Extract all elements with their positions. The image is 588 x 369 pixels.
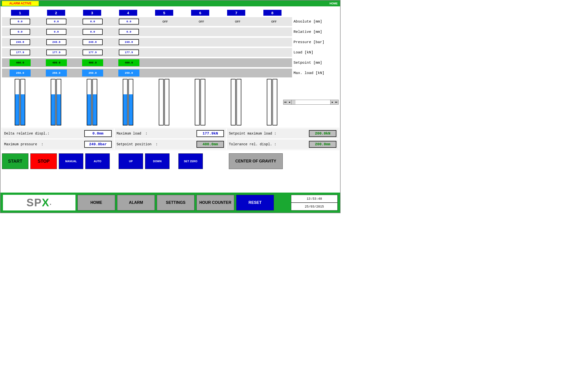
bottom-navbar: SPX. HOME ALARM SETTINGS HOUR COUNTER RE… <box>0 193 340 213</box>
bars-4 <box>110 79 146 125</box>
spx-logo: SPX. <box>3 195 75 210</box>
scroll-first-icon[interactable]: ⏮ <box>283 100 287 104</box>
clock-date: 25/03/2015 <box>291 203 338 210</box>
manual-button[interactable]: MANUAL <box>59 153 83 169</box>
channel-7-off: OFF <box>235 20 240 23</box>
row-load: 177.9 177.9 177.9 177.9 Load [kN] <box>2 48 339 57</box>
channel-6-off: OFF <box>199 20 204 23</box>
relative-1: 0.0 <box>10 29 30 35</box>
label-max-load: Maximum load : <box>117 132 147 135</box>
down-button[interactable]: DOWN <box>145 153 170 169</box>
value-delta-rel: 0.0mm <box>84 130 112 137</box>
home-link[interactable]: HOME <box>330 2 338 5</box>
bars-1 <box>2 79 38 125</box>
center-of-gravity-button[interactable]: CENTER OF GRAVITY <box>229 153 283 169</box>
channel-header-2[interactable]: 2 <box>47 10 65 16</box>
channel-header-7[interactable]: 7 <box>227 10 245 16</box>
nav-settings-button[interactable]: SETTINGS <box>157 195 195 210</box>
pressure-3: 249.8 <box>83 39 103 45</box>
bars-5 <box>146 79 182 125</box>
maxload-1[interactable]: 250.0 <box>10 70 31 76</box>
value-sp-max-load[interactable]: 200.0kN <box>309 130 336 137</box>
absolute-1: 0.0 <box>10 19 30 25</box>
bars-2 <box>38 79 74 125</box>
load-1: 177.9 <box>10 49 30 55</box>
label-absolute: Absolute [mm] <box>292 17 339 26</box>
setpoint-1[interactable]: 400.0 <box>10 59 31 66</box>
channel-header-3[interactable]: 3 <box>83 10 101 16</box>
main-panel: 1 2 3 4 5 6 7 8 0.0 0.0 0.0 0.0 OFF OFF … <box>0 6 340 169</box>
maxload-3[interactable]: 250.0 <box>82 70 103 76</box>
label-setpoint: Setpoint [mm] <box>292 58 339 67</box>
label-load: Load [kN] <box>292 48 339 57</box>
scroll-last-icon[interactable]: ⏭ <box>334 100 338 104</box>
bars-7 <box>218 79 254 125</box>
nav-home-button[interactable]: HOME <box>77 195 115 210</box>
start-button[interactable]: START <box>2 153 28 169</box>
topbar: ALARM ACTIVE HOME <box>0 0 340 6</box>
channel-scrollbar[interactable]: ⏮ ◀ ▶ ⏭ <box>283 100 339 105</box>
label-delta-rel: Delta relative displ.: <box>4 132 49 135</box>
pressure-4: 249.8 <box>119 39 139 45</box>
row-setpoint: 400.0 400.0 400.0 400.0 Setpoint [mm] <box>2 58 339 67</box>
load-3: 177.9 <box>83 49 103 55</box>
nav-reset-button[interactable]: RESET <box>236 195 274 210</box>
auto-button[interactable]: AUTO <box>85 153 110 169</box>
setpoint-3[interactable]: 400.0 <box>82 59 103 66</box>
row-relative: 0.0 0.0 0.0 0.0 Relative [mm] <box>2 27 339 36</box>
scroll-track[interactable] <box>291 100 331 104</box>
label-pressure: Pressure [bar] <box>292 38 339 47</box>
maxload-2[interactable]: 250.0 <box>46 70 67 76</box>
row-pressure: 249.8 249.8 249.8 249.8 Pressure [bar] <box>2 38 339 47</box>
summary-panel: Delta relative displ.: 0.0mm Maximum loa… <box>1 128 339 150</box>
label-relative: Relative [mm] <box>292 27 339 36</box>
channel-header-1[interactable]: 1 <box>11 10 29 16</box>
channel-header-8[interactable]: 8 <box>263 10 282 16</box>
label-max-pressure: Maximum pressure : <box>4 142 43 146</box>
value-max-load: 177.9kN <box>196 130 224 137</box>
control-buttons: START STOP MANUAL AUTO UP DOWN SET ZERO … <box>0 150 340 169</box>
bars-6 <box>182 79 218 125</box>
up-button[interactable]: UP <box>119 153 143 169</box>
stop-button[interactable]: STOP <box>30 153 57 169</box>
channel-header-6[interactable]: 6 <box>191 10 209 16</box>
value-sp-position[interactable]: 400.0mm <box>196 141 224 148</box>
relative-3: 0.0 <box>83 29 103 35</box>
scroll-left-icon[interactable]: ◀ <box>287 100 291 104</box>
setpoint-4[interactable]: 400.0 <box>118 59 139 66</box>
label-maxload: Max. load [kN] <box>292 69 339 77</box>
setpoint-2[interactable]: 400.0 <box>46 59 67 66</box>
clock: 13:53:48 25/03/2015 <box>291 195 338 210</box>
channel-headers: 1 2 3 4 5 6 7 8 <box>0 6 340 16</box>
pressure-1: 249.8 <box>10 39 30 45</box>
bars-3 <box>74 79 110 125</box>
relative-4: 0.0 <box>119 29 139 35</box>
row-maxload: 250.0 250.0 250.0 250.0 Max. load [kN] <box>2 69 339 77</box>
alarm-banner: ALARM ACTIVE <box>2 1 39 6</box>
channel-header-4[interactable]: 4 <box>119 10 137 16</box>
row-bars: ⏮ ◀ ▶ ⏭ <box>2 79 339 125</box>
clock-time: 13:53:48 <box>291 195 338 203</box>
nav-hour-counter-button[interactable]: HOUR COUNTER <box>196 195 234 210</box>
absolute-2: 0.0 <box>46 19 66 25</box>
label-sp-max-load: Setpoint maximum load : <box>229 132 276 135</box>
pressure-2: 249.8 <box>46 39 66 45</box>
absolute-3: 0.0 <box>83 19 103 25</box>
channel-8-off: OFF <box>271 20 277 23</box>
nav-alarm-button[interactable]: ALARM <box>117 195 155 210</box>
maxload-4[interactable]: 250.0 <box>118 70 139 76</box>
value-max-pressure: 249.8bar <box>84 141 112 148</box>
channel-5-off: OFF <box>162 20 168 23</box>
label-tol-rel: Tolerance rel. displ. : <box>229 142 276 146</box>
set-zero-button[interactable]: SET ZERO <box>178 153 203 169</box>
load-2: 177.9 <box>46 49 66 55</box>
load-4: 177.9 <box>119 49 139 55</box>
relative-2: 0.0 <box>46 29 66 35</box>
label-sp-position: Setpoint position : <box>117 142 158 146</box>
absolute-4: 0.0 <box>119 19 139 25</box>
channel-header-5[interactable]: 5 <box>155 10 173 16</box>
value-tol-rel[interactable]: 200.0mm <box>309 141 336 148</box>
scroll-right-icon[interactable]: ▶ <box>331 100 334 104</box>
row-absolute: 0.0 0.0 0.0 0.0 OFF OFF OFF OFF Absolute… <box>2 17 339 26</box>
